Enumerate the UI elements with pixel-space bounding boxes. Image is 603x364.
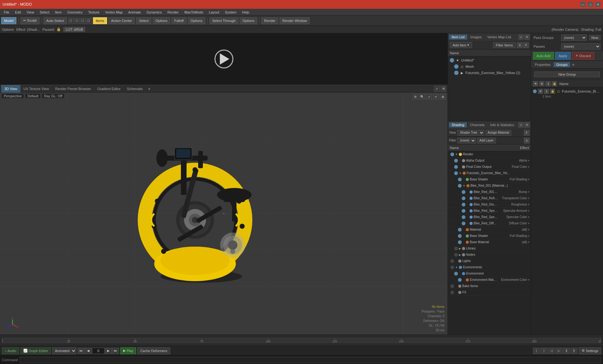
- menu-view[interactable]: View: [24, 10, 37, 15]
- shader-expand-icon[interactable]: ▶: [459, 253, 461, 256]
- shader-eye-icon[interactable]: [450, 291, 454, 294]
- action-center-button[interactable]: Action Center: [108, 17, 135, 24]
- shader-row[interactable]: Bike_Red_001_bump (...)Bump ▾: [448, 189, 531, 195]
- shader-eye-icon[interactable]: [454, 253, 458, 257]
- viewport-icon-expand[interactable]: ⤢: [426, 94, 432, 99]
- next-frame-button[interactable]: ▶: [105, 348, 112, 354]
- items-button[interactable]: Items: [93, 17, 107, 24]
- viewport-icon-more[interactable]: ≡: [433, 94, 439, 99]
- passes-select[interactable]: (none): [561, 43, 600, 50]
- group-row[interactable]: ⚙ ℹ 🔒 ⬡ Futuristic_Exercise_Bike_Y...: [532, 88, 602, 95]
- shader-expand-icon[interactable]: ▶: [459, 247, 461, 250]
- shader-row[interactable]: Base ShaderFull Shading ▾: [448, 176, 531, 183]
- menu-geometry[interactable]: Geometry: [65, 10, 85, 15]
- shader-eye-icon[interactable]: [450, 259, 454, 263]
- shader-eye-icon[interactable]: [458, 240, 462, 244]
- menu-maxtomodo[interactable]: MaxToModo: [182, 10, 206, 15]
- pass-groups-select[interactable]: (none): [561, 35, 587, 41]
- menu-help[interactable]: Help: [240, 10, 252, 15]
- shader-eye-icon[interactable]: [462, 190, 465, 194]
- shader-expand-icon[interactable]: ▼: [455, 266, 458, 269]
- shader-eye-icon[interactable]: [454, 171, 458, 175]
- shader-eye-icon[interactable]: [450, 265, 454, 269]
- options2-button[interactable]: Options: [188, 17, 205, 24]
- apply-button[interactable]: Apply: [555, 52, 571, 60]
- menu-render[interactable]: Render: [165, 10, 181, 15]
- shader-eye-icon[interactable]: [462, 215, 465, 219]
- shader-row[interactable]: Environment: [448, 270, 531, 277]
- shader-expand-icon[interactable]: ▼: [459, 172, 462, 175]
- add-layer-button[interactable]: Add Layer: [477, 138, 496, 143]
- sculpt-button[interactable]: ✏ Sculpt: [20, 17, 40, 24]
- tab-uv-texture-view[interactable]: UV Texture View: [20, 85, 52, 93]
- viewport-icon-search[interactable]: 🔍: [419, 94, 425, 99]
- shader-eye-icon[interactable]: [462, 203, 465, 206]
- shader-eye-icon[interactable]: [450, 153, 454, 156]
- preview-play-button[interactable]: [215, 50, 233, 68]
- tab-3d-view[interactable]: 3D View: [1, 85, 20, 93]
- shader-s-button[interactable]: S: [524, 138, 530, 143]
- item-row[interactable]: ▼ Untitled*: [448, 57, 531, 63]
- settings-button[interactable]: ⚙ Settings: [579, 347, 601, 354]
- tab-gradient-editor[interactable]: Gradient Editor: [94, 85, 124, 93]
- shader-row[interactable]: ▼Bike_Red_001 (Material...): [448, 183, 531, 189]
- menu-system[interactable]: System: [222, 10, 239, 15]
- item-eye-icon[interactable]: [454, 64, 459, 69]
- shader-eye-icon[interactable]: [454, 247, 458, 250]
- group-eye-icon[interactable]: [533, 89, 537, 93]
- shader-eye-icon[interactable]: [462, 222, 465, 225]
- shader-row[interactable]: ▼Futuristic_Exercise_Bike_Yel...: [448, 170, 531, 176]
- assign-material-button[interactable]: Assign Material: [486, 130, 511, 136]
- shader-eye-icon[interactable]: [454, 272, 458, 276]
- shader-eye-icon[interactable]: [450, 284, 454, 288]
- select-button[interactable]: Select: [136, 17, 151, 24]
- tab-channels[interactable]: Channels: [467, 122, 487, 127]
- shader-row[interactable]: Final Color OutputFinal Color ▾: [448, 164, 531, 170]
- shading-close-icon[interactable]: ✕: [524, 122, 530, 127]
- options1-button[interactable]: Options: [153, 17, 170, 24]
- select-through-button[interactable]: Select Through: [209, 17, 238, 24]
- mode-icon-1[interactable]: ⬡: [68, 18, 74, 24]
- animated-select[interactable]: Animated: [52, 347, 76, 354]
- skip-start-button[interactable]: ⏮: [78, 348, 84, 354]
- shader-eye-icon[interactable]: [458, 178, 462, 181]
- minimize-button[interactable]: —: [580, 2, 585, 7]
- skip-end-button[interactable]: ⏭: [112, 348, 119, 354]
- item-eye-icon[interactable]: [454, 71, 459, 75]
- shader-row[interactable]: Base Material(all) ▾: [448, 239, 531, 245]
- add-tab-button[interactable]: +: [571, 62, 576, 67]
- shader-eye-icon[interactable]: [458, 184, 462, 188]
- falloff-button[interactable]: Falloff: [171, 17, 187, 24]
- render-window-button[interactable]: Render Window: [280, 17, 310, 24]
- model-button[interactable]: Model: [1, 17, 16, 24]
- mode-icon-3[interactable]: ⬡: [80, 18, 86, 24]
- render-button[interactable]: Render: [261, 17, 278, 24]
- lock-icon[interactable]: 🔒: [57, 27, 61, 31]
- shader-expand-icon[interactable]: ▼: [455, 153, 458, 156]
- viewport-icon-settings[interactable]: ⚙: [412, 94, 418, 99]
- shader-eye-icon[interactable]: [458, 278, 462, 282]
- panel-close-icon[interactable]: ✕: [524, 35, 530, 40]
- mode-icon-4[interactable]: ⬡: [86, 18, 92, 24]
- shader-eye-icon[interactable]: [462, 196, 465, 200]
- play-button[interactable]: ▶ Play: [120, 347, 136, 354]
- transport-icon-2[interactable]: ⟩: [541, 348, 547, 354]
- discard-button[interactable]: ✕ Discard: [572, 52, 594, 60]
- viewport-settings-icon[interactable]: ⚙: [441, 86, 446, 92]
- shader-row[interactable]: Bike_Red_Specular (S...Specular Amount ▾: [448, 208, 531, 214]
- shader-list[interactable]: ▼RenderAlpha OutputAlpha ▾Final Color Ou…: [448, 151, 531, 335]
- tab-vertex-map-list[interactable]: Vertex Map List: [485, 35, 514, 40]
- add-viewport-tab-button[interactable]: +: [146, 86, 152, 91]
- shader-row[interactable]: Bake Items: [448, 283, 531, 289]
- transport-icon-1[interactable]: ⟨: [533, 348, 540, 354]
- menu-texture[interactable]: Texture: [86, 10, 102, 15]
- menu-dynamics[interactable]: Dynamics: [144, 10, 164, 15]
- mode-icon-2[interactable]: ⬡: [74, 18, 80, 24]
- panel-expand-icon[interactable]: ⤢: [519, 35, 524, 40]
- cache-deformers-button[interactable]: Cache Deformers: [137, 347, 170, 354]
- transport-icon-4[interactable]: ▷: [556, 348, 562, 354]
- shader-row[interactable]: ▶Nodes: [448, 252, 531, 258]
- tab-info-statistics[interactable]: Info & Statistics: [488, 122, 517, 127]
- item-row[interactable]: ◻ Mesh: [448, 63, 531, 70]
- menu-file[interactable]: File: [1, 10, 12, 15]
